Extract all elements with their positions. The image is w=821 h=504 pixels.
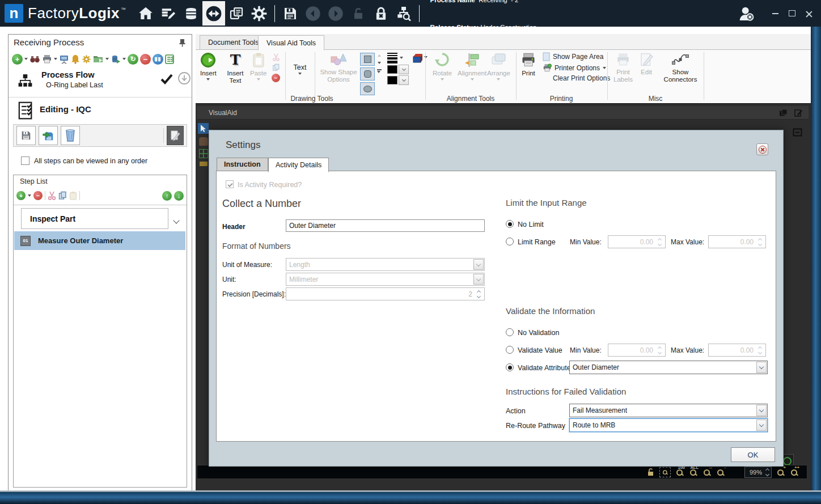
gear-gold-icon[interactable]: [82, 54, 91, 64]
pause-icon[interactable]: ▮▮: [153, 54, 163, 65]
tab-visual-aid-tools[interactable]: Visual Aid Tools: [258, 35, 324, 50]
clear-print-options-button[interactable]: Clear Print Options: [543, 74, 610, 82]
alignment-caret[interactable]: [471, 78, 474, 81]
add-icon[interactable]: +: [12, 54, 23, 65]
move-up-icon[interactable]: ↑: [162, 191, 172, 201]
limit-min-spinner[interactable]: 0.00: [608, 235, 666, 248]
delete-shape-icon[interactable]: −: [272, 74, 280, 82]
zoom-out-fast-icon[interactable]: --: [703, 468, 712, 476]
action-dropdown[interactable]: [756, 405, 767, 416]
paste-caret[interactable]: [257, 78, 260, 81]
theme-box-caret[interactable]: [424, 56, 428, 58]
zoom-spin-buttons[interactable]: [764, 469, 771, 476]
fill-color-picker[interactable]: [387, 75, 409, 85]
cut-mini-icon[interactable]: [272, 53, 280, 61]
validate-max-spin[interactable]: [756, 347, 764, 354]
tab-instruction[interactable]: Instruction: [217, 158, 268, 171]
process-flow-row[interactable]: Process Flow O-Ring Label Last: [9, 69, 191, 95]
print-button[interactable]: Print: [520, 52, 537, 77]
arrange-caret[interactable]: [497, 78, 500, 81]
stroke-color-dropdown[interactable]: [399, 65, 409, 74]
rotate-button[interactable]: Rotate: [433, 52, 452, 81]
is-activity-required-checkbox[interactable]: [226, 180, 234, 188]
cut-icon[interactable]: [48, 191, 56, 200]
show-shape-options-button[interactable]: Show Shape Options: [319, 52, 358, 83]
settings-gear-icon[interactable]: [248, 1, 270, 26]
database-dropdown-caret[interactable]: [122, 58, 126, 60]
stop-icon[interactable]: −: [140, 54, 151, 65]
projector-icon[interactable]: [59, 54, 69, 64]
undo-back-icon[interactable]: [302, 1, 324, 26]
fullscreen-icon[interactable]: [793, 128, 802, 137]
partial-tool-icon[interactable]: [200, 162, 208, 166]
rounded-rectangle-tool[interactable]: [360, 67, 375, 81]
zoom-marquee-icon[interactable]: [659, 467, 671, 477]
checklist-icon[interactable]: [165, 54, 174, 64]
limit-range-radio[interactable]: [506, 238, 514, 245]
bell-icon[interactable]: [71, 54, 80, 64]
print-icon[interactable]: [42, 54, 52, 63]
validate-max-spinner[interactable]: 0.00: [708, 344, 766, 357]
redo-forward-icon[interactable]: [324, 1, 347, 26]
grid-tool-icon[interactable]: [199, 149, 208, 158]
lock-close-icon[interactable]: [370, 1, 392, 26]
precision-spinner[interactable]: 2: [286, 287, 485, 300]
minimize-button[interactable]: [769, 8, 781, 19]
insert-text-button[interactable]: T Insert Text: [223, 52, 248, 84]
show-page-area-button[interactable]: Show Page Area: [543, 52, 610, 61]
pointer-tool-icon[interactable]: [198, 123, 209, 134]
printer-options-button[interactable]: Printer Options: [543, 63, 610, 72]
fill-color-dropdown[interactable]: [399, 75, 409, 85]
alignment-button[interactable]: Alignment: [458, 52, 486, 81]
save-icon[interactable]: [279, 1, 302, 26]
no-validation-radio[interactable]: [506, 328, 514, 336]
validate-attribute-dropdown[interactable]: [756, 362, 767, 373]
insert-caret[interactable]: [206, 78, 210, 81]
export-folder-icon[interactable]: [93, 54, 104, 63]
logout-user-icon[interactable]: [735, 1, 757, 26]
insert-button[interactable]: Insert: [200, 52, 217, 81]
maximize-button[interactable]: [786, 8, 798, 19]
tab-document-tools[interactable]: Document Tools: [200, 35, 267, 50]
show-connectors-button[interactable]: Show Connectors: [662, 52, 699, 83]
save-as-button[interactable]: [39, 126, 58, 145]
uom-dropdown-button[interactable]: [473, 259, 484, 270]
shapes-scroll-down[interactable]: [378, 62, 381, 64]
line-weight-caret[interactable]: [400, 57, 403, 59]
printer-options-caret[interactable]: [603, 67, 606, 69]
flow-search-icon[interactable]: [392, 1, 415, 26]
action-combo[interactable]: Fail Measurement: [569, 404, 768, 417]
add-step-caret[interactable]: [28, 194, 31, 197]
text-caret[interactable]: [298, 73, 302, 75]
group-collapse-chevron[interactable]: [174, 215, 179, 225]
save-step-button[interactable]: [16, 126, 36, 145]
dialog-close-button[interactable]: [756, 143, 768, 155]
uom-combo[interactable]: Length: [286, 258, 485, 271]
any-order-checkbox[interactable]: [21, 156, 29, 165]
reroute-dropdown[interactable]: [756, 420, 767, 431]
validate-value-radio[interactable]: [506, 346, 514, 354]
validate-attribute-radio[interactable]: [506, 363, 514, 371]
zoom-all-icon[interactable]: ALL: [689, 468, 698, 476]
text-dropdown-button[interactable]: Text: [290, 62, 310, 75]
move-down-icon[interactable]: ↓: [174, 191, 184, 201]
collapse-circle-icon[interactable]: [177, 71, 191, 85]
paste-icon[interactable]: [69, 191, 77, 200]
pan-hand-icon[interactable]: [199, 137, 208, 146]
stroke-color-picker[interactable]: [387, 65, 409, 74]
shapes-scroll-up[interactable]: [378, 54, 381, 57]
print-labels-button[interactable]: Print Labels: [611, 52, 636, 83]
unit-dropdown-button[interactable]: [473, 274, 484, 285]
visualaid-tab-label[interactable]: VisualAid: [209, 109, 237, 117]
zoom-100-icon[interactable]: 100: [676, 468, 684, 476]
shapes-more[interactable]: [377, 69, 382, 73]
rectangle-tool[interactable]: [360, 53, 375, 66]
copy-icon[interactable]: [58, 191, 67, 200]
limit-max-spin[interactable]: [756, 239, 764, 245]
validate-min-spin[interactable]: [656, 347, 663, 354]
unit-combo[interactable]: Millimeter: [286, 273, 485, 286]
remove-step-icon[interactable]: −: [33, 191, 43, 200]
rotate-caret[interactable]: [441, 78, 444, 81]
add-step-icon[interactable]: +: [16, 191, 26, 200]
line-weight-picker[interactable]: [387, 53, 409, 63]
